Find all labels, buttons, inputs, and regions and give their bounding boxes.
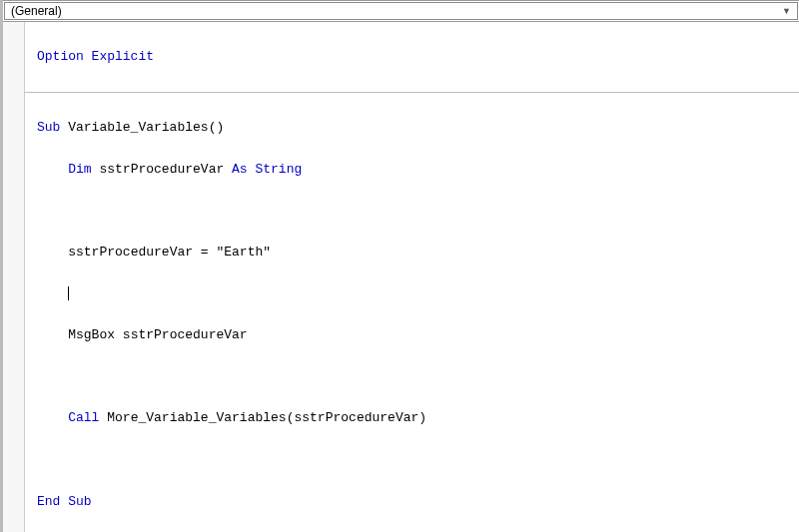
- keyword-end-sub: End Sub: [37, 494, 92, 509]
- object-dropdown-label: (General): [11, 4, 62, 18]
- chevron-down-icon: ▼: [782, 6, 791, 16]
- object-dropdown[interactable]: (General) ▼: [4, 2, 798, 20]
- keyword-sub: Sub: [37, 120, 60, 135]
- call-expr: More_Variable_Variables(sstrProcedureVar…: [99, 410, 426, 425]
- procedure-separator: [25, 92, 799, 93]
- string-literal: "Earth": [216, 245, 271, 260]
- object-procedure-bar: (General) ▼: [3, 0, 799, 22]
- keyword-as-string: As String: [232, 162, 302, 177]
- keyword-option-explicit: Option Explicit: [37, 49, 154, 64]
- keyword-dim: Dim: [68, 162, 91, 177]
- msgbox-call: MsgBox sstrProcedureVar: [68, 327, 247, 342]
- var-decl: sstrProcedureVar: [92, 162, 232, 177]
- code-pane[interactable]: Option Explicit Sub Variable_Variables()…: [25, 22, 799, 532]
- assignment: sstrProcedureVar =: [68, 245, 216, 260]
- sub-name: Variable_Variables(): [60, 120, 224, 135]
- keyword-call: Call: [68, 410, 99, 425]
- margin-indicator-bar: [3, 22, 25, 532]
- code-editor: Option Explicit Sub Variable_Variables()…: [3, 22, 799, 532]
- text-cursor: [68, 286, 69, 300]
